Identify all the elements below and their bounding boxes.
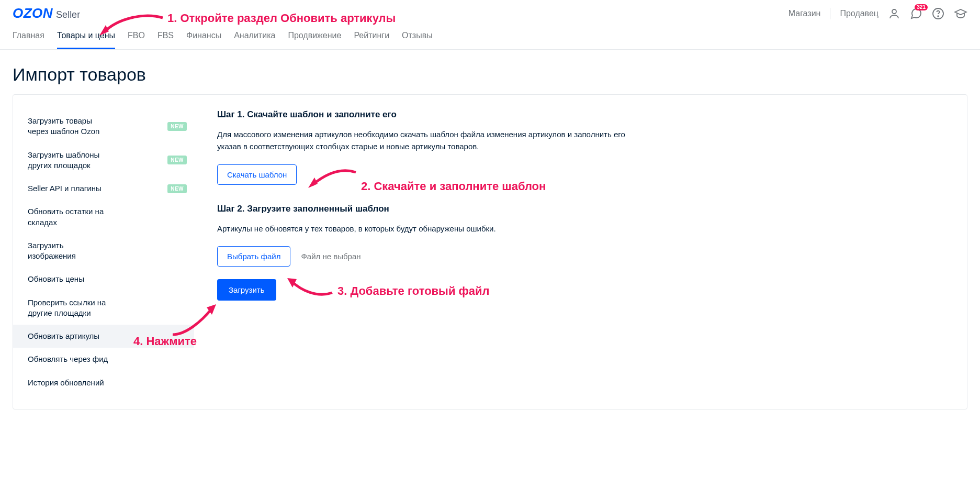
sidebar-item-upload-other-templates[interactable]: Загрузить шаблоны других площадок NEW <box>13 143 194 178</box>
sidebar-item-label: Обновлять через фид <box>28 354 108 364</box>
sidebar-item-label: Обновить цены <box>28 274 84 284</box>
sidebar-item-label: История обновлений <box>28 378 104 388</box>
nav-reviews[interactable]: Отзывы <box>402 31 433 49</box>
top-nav: Главная Товары и цены FBO FBS Финансы Ан… <box>0 21 980 50</box>
nav-promotion[interactable]: Продвижение <box>288 31 341 49</box>
step1-title: Шаг 1. Скачайте шаблон и заполните его <box>217 109 946 120</box>
step2-title: Шаг 2. Загрузите заполненный шаблон <box>217 204 946 214</box>
seller-link[interactable]: Продавец <box>840 9 878 18</box>
sidebar-item-update-stock[interactable]: Обновить остатки на складах <box>13 200 194 234</box>
upload-button[interactable]: Загрузить <box>217 279 276 301</box>
sidebar-item-label: Проверить ссылки на другие площадки <box>28 297 111 319</box>
nav-finance[interactable]: Финансы <box>186 31 221 49</box>
arrow-3-icon <box>285 277 335 300</box>
sidebar: Загрузить товары через шаблон Ozon NEW З… <box>13 109 201 394</box>
svg-point-0 <box>892 9 896 14</box>
file-status: Файл не выбран <box>301 252 361 261</box>
nav-products-prices[interactable]: Товары и цены <box>57 31 115 49</box>
sidebar-item-label: Обновить артикулы <box>28 331 99 341</box>
graduation-icon[interactable] <box>954 7 967 20</box>
arrow-2-icon <box>306 167 358 193</box>
nav-ratings[interactable]: Рейтинги <box>354 31 389 49</box>
page-title: Импорт товаров <box>0 50 980 94</box>
user-icon[interactable] <box>888 7 900 20</box>
nav-analytics[interactable]: Аналитика <box>234 31 275 49</box>
logo[interactable]: OZON Seller <box>13 5 80 21</box>
help-icon[interactable] <box>932 7 944 20</box>
sidebar-item-seller-api[interactable]: Seller API и плагины NEW <box>13 177 194 200</box>
sidebar-item-label: Загрузить изображения <box>28 240 111 262</box>
main-area: Шаг 1. Скачайте шаблон и заполните его Д… <box>201 109 967 394</box>
sidebar-item-label: Загрузить товары через шаблон Ozon <box>28 116 111 137</box>
logo-seller: Seller <box>56 9 80 20</box>
choose-file-button[interactable]: Выбрать файл <box>217 246 290 267</box>
file-row: Выбрать файл Файл не выбран <box>217 246 946 267</box>
new-badge: NEW <box>167 156 187 164</box>
annotation-3: 3. Добавьте готовый файл <box>337 284 490 298</box>
divider <box>830 8 830 19</box>
svg-point-2 <box>938 16 939 17</box>
header: OZON Seller Магазин Продавец 321 <box>0 0 980 21</box>
sidebar-item-upload-ozon-template[interactable]: Загрузить товары через шаблон Ozon NEW <box>13 109 194 143</box>
sidebar-item-update-prices[interactable]: Обновить цены <box>13 268 194 291</box>
content-panel: Загрузить товары через шаблон Ozon NEW З… <box>13 94 967 410</box>
new-badge: NEW <box>167 122 187 131</box>
sidebar-item-label: Загрузить шаблоны других площадок <box>28 150 111 171</box>
sidebar-item-update-skus[interactable]: Обновить артикулы <box>13 325 194 348</box>
nav-home[interactable]: Главная <box>13 31 44 49</box>
sidebar-item-update-feed[interactable]: Обновлять через фид <box>13 348 194 371</box>
step1-desc: Для массового изменения артикулов необхо… <box>217 128 625 153</box>
sidebar-item-label: Seller API и плагины <box>28 183 102 194</box>
nav-fbs[interactable]: FBS <box>157 31 174 49</box>
header-right: Магазин Продавец 321 <box>788 7 967 20</box>
chat-badge: 321 <box>915 4 928 10</box>
sidebar-item-check-links[interactable]: Проверить ссылки на другие площадки <box>13 291 194 325</box>
logo-ozon: OZON <box>13 5 53 21</box>
sidebar-item-update-history[interactable]: История обновлений <box>13 371 194 394</box>
shop-link[interactable]: Магазин <box>788 9 821 18</box>
step2-desc: Артикулы не обновятся у тех товаров, в к… <box>217 223 625 235</box>
sidebar-item-label: Обновить остатки на складах <box>28 206 111 228</box>
sidebar-item-upload-images[interactable]: Загрузить изображения <box>13 234 194 268</box>
annotation-2: 2. Скачайте и заполните шаблон <box>361 180 546 193</box>
nav-fbo[interactable]: FBO <box>128 31 145 49</box>
new-badge: NEW <box>167 184 187 193</box>
chat-icon[interactable]: 321 <box>910 7 922 20</box>
download-template-button[interactable]: Скачать шаблон <box>217 164 297 185</box>
